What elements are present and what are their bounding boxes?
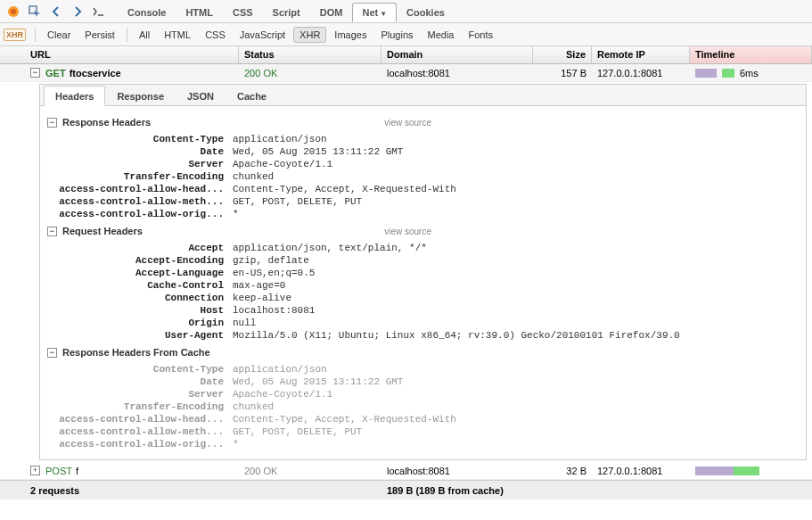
request-size: 32 B	[533, 464, 592, 478]
command-line-icon[interactable]	[89, 2, 109, 21]
collapse-icon[interactable]: −	[30, 68, 40, 78]
header-row: ServerApache-Coyote/1.1	[40, 388, 806, 400]
tab-console[interactable]: Console	[118, 3, 176, 22]
header-value: Wed, 05 Aug 2015 13:11:22 GMT	[233, 376, 403, 387]
header-row: Content-Typeapplication/json	[40, 133, 806, 145]
header-row: Accept-Languageen-US,en;q=0.5	[40, 267, 806, 279]
request-remote: 127.0.0.1:8081	[592, 464, 690, 478]
header-value: Content-Type, Accept, X-Requested-With	[233, 414, 456, 425]
subtab-headers[interactable]: Headers	[44, 86, 105, 106]
detail-body: − Response Headers view source Content-T…	[40, 106, 806, 459]
request-row[interactable]: + POST f 200 OK localhost:8081 32 B 127.…	[0, 462, 812, 480]
header-name: Accept	[40, 243, 233, 253]
section-title-label: Response Headers	[62, 117, 151, 128]
header-value: GET, POST, DELETE, PUT	[233, 426, 362, 437]
subtab-json[interactable]: JSON	[176, 86, 226, 106]
filter-js[interactable]: JavaScript	[234, 27, 291, 43]
inspect-icon[interactable]	[25, 2, 45, 21]
header-name: access-control-allow-orig...	[40, 439, 233, 450]
section-cache-headers[interactable]: − Response Headers From Cache	[40, 342, 806, 363]
sub-tabs: Headers Response JSON Cache	[40, 85, 806, 106]
filter-images[interactable]: Images	[328, 27, 373, 43]
filter-media[interactable]: Media	[422, 27, 461, 43]
section-response-headers[interactable]: − Response Headers view source	[40, 111, 806, 133]
header-value: *	[233, 209, 239, 219]
tab-script[interactable]: Script	[263, 3, 310, 22]
view-source-link[interactable]: view source	[384, 227, 431, 236]
clear-button[interactable]: Clear	[41, 27, 77, 43]
header-row: Originnull	[40, 317, 806, 329]
subtab-response[interactable]: Response	[105, 86, 176, 106]
section-title-label: Response Headers From Cache	[62, 347, 210, 358]
request-row[interactable]: − GET ftocservice 200 OK localhost:8081 …	[0, 64, 812, 82]
header-row: access-control-allow-orig...*	[40, 438, 806, 450]
header-row: Transfer-Encodingchunked	[40, 400, 806, 413]
request-method: GET	[45, 68, 66, 78]
col-status[interactable]: Status	[239, 46, 381, 63]
column-header-row: URL Status Domain Size Remote IP Timelin…	[0, 46, 812, 64]
firebug-icon[interactable]	[4, 2, 23, 21]
col-timeline[interactable]: Timeline	[690, 46, 812, 63]
header-name: Content-Type	[40, 134, 233, 144]
filter-fonts[interactable]: Fonts	[462, 27, 499, 43]
persist-button[interactable]: Persist	[78, 27, 121, 43]
header-row: User-AgentMozilla/5.0 (X11; Ubuntu; Linu…	[40, 329, 806, 342]
filter-html[interactable]: HTML	[158, 27, 197, 43]
header-name: Connection	[40, 293, 233, 303]
tab-css[interactable]: CSS	[223, 3, 263, 22]
request-method: POST	[45, 466, 72, 476]
request-size: 157 B	[533, 66, 592, 80]
request-domain: localhost:8081	[381, 66, 533, 80]
filter-xhr[interactable]: XHR	[293, 27, 326, 43]
header-value: Apache-Coyote/1.1	[233, 389, 332, 400]
tab-html[interactable]: HTML	[176, 3, 223, 22]
svg-point-1	[11, 9, 16, 14]
header-name: Content-Type	[40, 364, 233, 375]
expand-icon[interactable]: +	[30, 466, 40, 475]
back-icon[interactable]	[46, 2, 66, 21]
subtab-cache[interactable]: Cache	[226, 86, 278, 106]
header-row: Cache-Controlmax-age=0	[40, 279, 806, 292]
header-value: chunked	[233, 401, 274, 412]
col-remote[interactable]: Remote IP	[592, 46, 690, 63]
main-toolbar: Console HTML CSS Script DOM Net▼ Cookies	[0, 0, 812, 23]
header-row: ServerApache-Coyote/1.1	[40, 158, 806, 170]
request-name: f	[76, 466, 78, 476]
forward-icon[interactable]	[68, 2, 87, 21]
col-domain[interactable]: Domain	[381, 46, 533, 63]
filter-toolbar: XHR Clear Persist All HTML CSS JavaScrip…	[0, 23, 812, 46]
header-name: Server	[40, 389, 233, 400]
filter-all[interactable]: All	[133, 27, 156, 43]
header-name: access-control-allow-meth...	[40, 196, 233, 207]
tab-dom[interactable]: DOM	[310, 3, 353, 22]
collapse-icon[interactable]: −	[47, 118, 57, 128]
tab-cookies[interactable]: Cookies	[397, 3, 455, 22]
header-name: access-control-allow-meth...	[40, 426, 233, 437]
header-row: Accept-Encodinggzip, deflate	[40, 254, 806, 267]
header-value: gzip, deflate	[233, 255, 309, 266]
collapse-icon[interactable]: −	[47, 227, 57, 236]
header-value: application/json	[233, 134, 327, 144]
filter-plugins[interactable]: Plugins	[374, 27, 419, 43]
header-name: access-control-allow-orig...	[40, 209, 233, 219]
section-request-headers[interactable]: − Request Headers view source	[40, 220, 806, 242]
request-time: 6ms	[740, 68, 759, 78]
header-value: Mozilla/5.0 (X11; Ubuntu; Linux x86_64; …	[233, 330, 680, 341]
tab-net[interactable]: Net▼	[352, 3, 397, 22]
request-status: 200 OK	[239, 464, 381, 478]
request-domain: localhost:8081	[381, 464, 533, 478]
header-row: Acceptapplication/json, text/plain, */*	[40, 242, 806, 254]
header-value: chunked	[233, 171, 274, 182]
filter-css[interactable]: CSS	[199, 27, 232, 43]
col-size[interactable]: Size	[533, 46, 592, 63]
collapse-icon[interactable]: −	[47, 348, 57, 358]
header-value: max-age=0	[233, 280, 285, 291]
col-url[interactable]: URL	[0, 46, 239, 63]
header-name: Origin	[40, 318, 233, 328]
header-row: Content-Typeapplication/json	[40, 363, 806, 376]
header-name: access-control-allow-head...	[40, 184, 233, 194]
view-source-link[interactable]: view source	[384, 118, 431, 128]
header-value: application/json, text/plain, */*	[233, 243, 427, 253]
tab-net-label: Net	[362, 7, 378, 18]
main-tabs: Console HTML CSS Script DOM Net▼ Cookies	[118, 2, 455, 21]
